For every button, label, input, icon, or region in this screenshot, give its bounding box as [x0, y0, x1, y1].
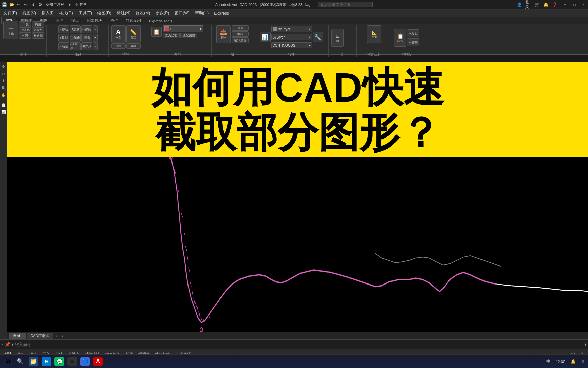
store-icon[interactable]: 🛒 — [534, 2, 540, 8]
minimize-button[interactable]: － — [561, 2, 569, 7]
btn-move[interactable]: ↔移动 — [58, 25, 69, 33]
cmd-arrow-icon[interactable]: ▾ — [12, 342, 14, 347]
btn-table[interactable]: 表格 — [126, 43, 141, 49]
menu-dim[interactable]: 标注(N) — [114, 10, 133, 17]
btn-ellipse[interactable]: 椭圆 — [32, 21, 44, 27]
btn-array-more[interactable]: ▾ — [93, 42, 98, 50]
taskbar-start[interactable]: ⊞ — [1, 355, 14, 368]
lp-rectangle[interactable]: □ — [1, 71, 7, 77]
btn-group[interactable]: ⊟ 组 — [331, 29, 344, 47]
qa-redo[interactable]: ↪ — [23, 2, 29, 8]
qa-undo[interactable]: ↩ — [16, 2, 22, 8]
menu-view[interactable]: 视图(V) — [20, 10, 39, 17]
btn-mirror[interactable]: ⬛镜像 — [70, 34, 81, 42]
search-input[interactable] — [318, 2, 373, 7]
tab-output[interactable]: 输出 — [68, 17, 83, 24]
account-icon[interactable]: 👤 — [517, 2, 523, 8]
btn-line-large[interactable]: ─直线 — [3, 21, 18, 39]
btn-fillet-more[interactable]: ▾ — [93, 34, 98, 42]
menu-modify[interactable]: 修改(M) — [133, 10, 153, 17]
cmd-pin-icon[interactable]: 📌 — [5, 342, 10, 347]
btn-insert[interactable]: 📥 插入 — [216, 25, 231, 43]
btn-set-current[interactable]: 置为当前 — [163, 33, 180, 38]
btn-measure[interactable]: 📐 测量 — [367, 25, 381, 43]
tab-addins[interactable]: 附加模块 — [83, 17, 106, 24]
btn-circle[interactable]: ○ 圆 — [19, 33, 31, 39]
btn-fillet[interactable]: ⌐圆角 — [81, 34, 92, 42]
btn-match-props[interactable]: 🔧 — [313, 32, 323, 42]
command-input[interactable] — [15, 342, 583, 347]
btn-spline[interactable]: 样条线 — [32, 33, 44, 39]
menu-insert[interactable]: 插入(I) — [39, 10, 56, 17]
btn-copy[interactable]: ⊕复制 — [58, 34, 69, 42]
lp-pan[interactable]: ✋ — [1, 92, 7, 98]
lp-crosshair[interactable]: ✛ — [1, 63, 7, 70]
btn-polyline[interactable]: 多段线 — [32, 27, 44, 33]
taskbar-wechat[interactable]: 💬 — [53, 355, 65, 368]
cmd-scroll-icon[interactable]: ▾ — [585, 342, 587, 347]
btn-match-layer[interactable]: 匹配图层 — [180, 33, 197, 38]
linestyle-dropdown[interactable]: CONTINUOUS ▾ — [271, 42, 312, 48]
tab-add-button[interactable]: + — [54, 333, 60, 339]
qa-new[interactable]: 💾 — [1, 2, 7, 8]
btn-mark[interactable]: 📏 标注 — [126, 25, 141, 43]
tab-more[interactable]: … — [177, 18, 188, 24]
btn-linetype[interactable]: 引线 — [111, 43, 126, 49]
layer-dropdown[interactable]: station ▾ — [163, 25, 203, 32]
maximize-button[interactable]: □ — [571, 3, 578, 7]
btn-cut[interactable]: ✂剪切 — [407, 29, 419, 37]
btn-paste[interactable]: 📋 粘贴 — [394, 29, 406, 47]
btn-edit-block[interactable]: 编辑 — [232, 31, 249, 37]
btn-rect[interactable]: □ 矩形 — [19, 27, 31, 33]
taskbar-notify[interactable]: 🔔 — [569, 358, 578, 365]
btn-arc[interactable]: ⌒ 弧 — [19, 21, 31, 27]
signin-label[interactable]: 登录 — [525, 2, 532, 8]
lp-layer[interactable]: 📋 — [1, 102, 7, 108]
btn-scale[interactable]: ↔缩放 — [58, 42, 69, 50]
tab-cad-teacher[interactable]: CAD江老师 — [27, 333, 53, 339]
btn-array[interactable]: ⊞阵列 — [81, 42, 92, 50]
btn-trim-more[interactable]: ▾ — [93, 25, 98, 33]
taskbar-expand[interactable]: ⬆ — [579, 358, 587, 365]
qa-plot[interactable]: 🖨 — [30, 2, 36, 8]
menu-help[interactable]: 帮助(H) — [192, 10, 212, 17]
taskbar-clock[interactable]: 12:00 — [554, 359, 567, 364]
btn-text[interactable]: A 文字 — [111, 25, 126, 43]
tab-featured[interactable]: 精选应用 — [122, 17, 145, 24]
menu-param[interactable]: 参数(P) — [153, 10, 172, 17]
notification-icon[interactable]: 🔔 — [543, 2, 549, 8]
menu-express[interactable]: Express — [211, 10, 231, 16]
btn-properties[interactable]: 📊 — [260, 32, 271, 42]
taskbar-settings[interactable]: ⚙ — [66, 355, 78, 368]
menu-window[interactable]: 窗口(W) — [172, 10, 192, 17]
color-dropdown[interactable]: ByLayer ▾ — [271, 26, 312, 32]
help-icon[interactable]: ❓ — [552, 2, 558, 8]
linetype-dropdown[interactable]: ByLayer ▾ — [271, 34, 312, 40]
qa-settings[interactable]: ⚙ — [37, 2, 43, 8]
menu-format[interactable]: 格式(O) — [56, 10, 76, 17]
btn-edit-attr[interactable]: 编辑属性 — [232, 37, 249, 43]
btn-layer-props[interactable]: 📋 — [151, 27, 162, 37]
menu-file[interactable]: 文件(E) — [1, 10, 20, 17]
menu-draw[interactable]: 绘图(D) — [95, 10, 114, 17]
taskbar-search[interactable]: 🔍 — [14, 355, 27, 368]
tab-collaborate[interactable]: 协作 — [107, 17, 121, 24]
taskbar-edge[interactable]: e — [40, 355, 52, 368]
lp-props[interactable]: 📊 — [1, 109, 7, 115]
btn-rotate[interactable]: ↺旋转 — [70, 25, 81, 33]
share-button[interactable]: ✈ 共享 — [74, 2, 88, 7]
btn-trim[interactable]: ✂修剪 — [81, 25, 92, 33]
btn-copy-clip[interactable]: ⊕复制 — [407, 38, 419, 46]
close-button[interactable]: × — [581, 3, 587, 7]
qa-workspace-dropdown[interactable]: ▾ — [67, 2, 73, 8]
menu-tools[interactable]: 工具(T) — [76, 10, 95, 17]
btn-create-block[interactable]: 创建 — [232, 25, 249, 31]
tab-express[interactable]: Express Tools — [145, 18, 176, 24]
tab-manage[interactable]: 管理 — [52, 17, 67, 24]
cmd-close-icon[interactable]: × — [1, 342, 4, 347]
taskbar-explorer[interactable]: 📁 — [27, 355, 39, 368]
lp-view[interactable]: 👁 — [1, 78, 7, 84]
tab-layout1[interactable]: 布局1 — [9, 333, 26, 339]
taskbar-browser[interactable]: 🔵 — [79, 355, 91, 368]
lp-zoom[interactable]: 🔍 — [1, 85, 7, 91]
